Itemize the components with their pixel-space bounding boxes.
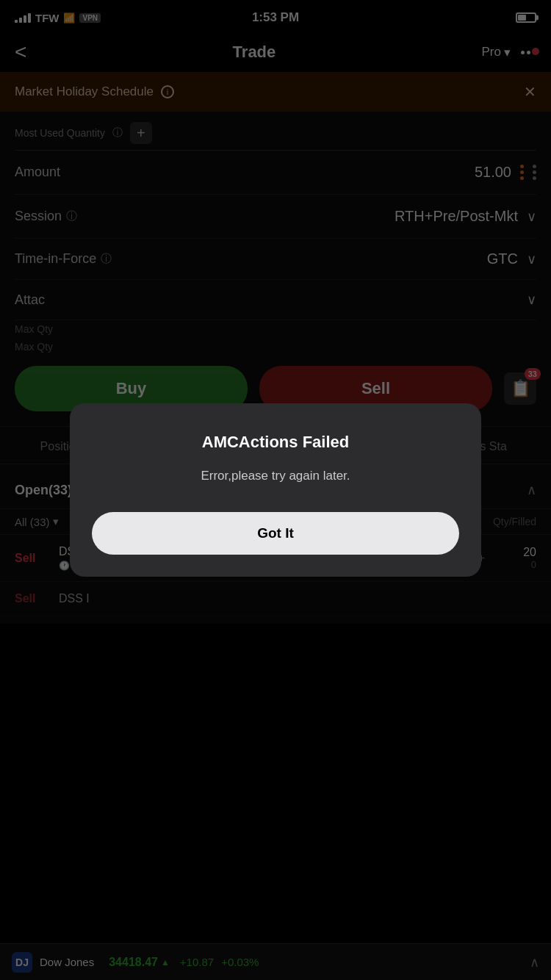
modal-message: Error,please try again later. [92, 466, 459, 486]
modal-overlay: AMCActions Failed Error,please try again… [0, 0, 551, 980]
error-modal: AMCActions Failed Error,please try again… [70, 403, 481, 577]
got-it-button[interactable]: Got It [92, 512, 459, 555]
modal-title: AMCActions Failed [92, 433, 459, 452]
